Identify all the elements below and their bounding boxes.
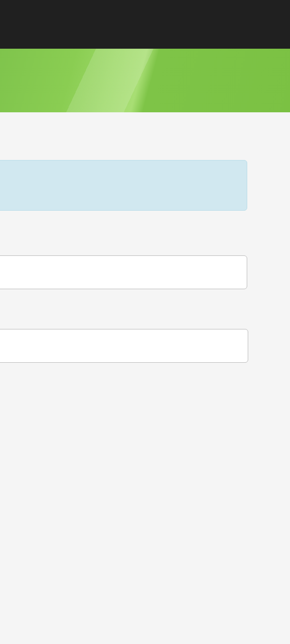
text-input-1[interactable] [0, 255, 247, 289]
text-input-2[interactable] [0, 329, 248, 363]
content-area [0, 160, 290, 363]
info-message-box [0, 160, 247, 211]
header-bar [0, 0, 290, 49]
banner [0, 49, 290, 112]
